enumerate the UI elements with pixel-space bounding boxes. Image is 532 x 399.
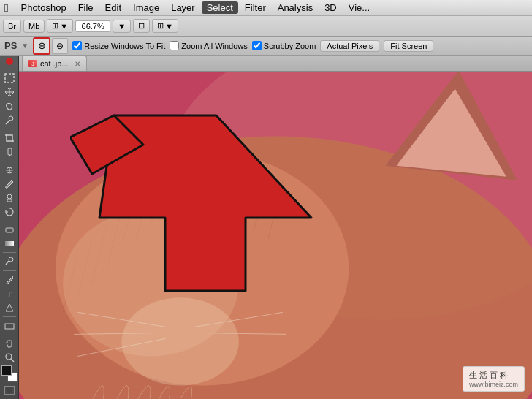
zoom-all-checkbox[interactable]	[170, 41, 179, 50]
menu-image[interactable]: Image	[128, 1, 164, 14]
svg-marker-16	[6, 304, 13, 311]
stamp-tool[interactable]	[1, 191, 18, 205]
svg-rect-0	[5, 74, 14, 83]
menu-edit[interactable]: Edit	[100, 1, 126, 14]
toolbar-divider-8	[3, 335, 16, 335]
shape-tool[interactable]	[1, 319, 18, 332]
main-layout: T J cat .jp... ✕	[0, 56, 532, 399]
zoom-tool[interactable]	[1, 351, 18, 364]
marquee-tool[interactable]	[1, 72, 18, 85]
toolbar-divider-6	[3, 270, 16, 271]
svg-rect-17	[5, 324, 14, 329]
magic-wand-tool[interactable]	[1, 113, 18, 126]
toolbar-divider-3	[3, 161, 16, 162]
scrubby-zoom-checkbox-group[interactable]: Scrubby Zoom	[252, 41, 316, 50]
ps-logo: PS	[4, 40, 17, 51]
toolbar-divider-7	[3, 316, 16, 317]
foreground-color-swatch[interactable]	[1, 365, 12, 376]
svg-rect-9	[7, 200, 12, 202]
mini-bridge-label: Mb	[28, 22, 39, 31]
svg-point-44	[121, 297, 238, 385]
menu-file[interactable]: File	[73, 1, 99, 14]
screen-mode-icon: ⊟	[138, 21, 145, 31]
content-area: J cat .jp... ✕	[19, 56, 532, 399]
watermark-line2: www.bimeiz.com	[469, 381, 518, 388]
eraser-tool[interactable]	[1, 223, 18, 236]
tab-filename: cat .jp...	[40, 59, 69, 68]
resize-windows-checkbox-group[interactable]: Resize Windows To Fit	[72, 41, 165, 50]
apple-logo-icon[interactable]: 	[4, 1, 8, 14]
zoom-in-icon: ⊕	[38, 40, 46, 51]
bridge-label: Br	[8, 22, 16, 31]
cat-svg-overlay	[19, 72, 532, 399]
options-bar: Br Mb ⊞ ▼ 66.7% ▼ ⊟ ⊞ ▼	[0, 16, 532, 37]
path-tool[interactable]	[1, 301, 18, 314]
menu-3d[interactable]: 3D	[319, 1, 342, 14]
zoom-all-label: Zoom All Windows	[181, 42, 247, 50]
toolbar-divider-5	[3, 252, 16, 253]
workspace-icon: ⊞	[52, 21, 58, 31]
watermark-line1: 生 活 百 科	[469, 370, 518, 381]
bridge-button[interactable]: Br	[3, 20, 21, 33]
screen-mode-button[interactable]: ⊟	[133, 19, 150, 33]
menu-view[interactable]: Vie...	[343, 1, 375, 14]
zoom-caret-icon: ▼	[118, 22, 126, 31]
text-tool[interactable]: T	[1, 287, 18, 300]
svg-point-8	[7, 194, 12, 199]
toolbar-divider-4	[3, 221, 16, 221]
gradient-tool[interactable]	[1, 237, 18, 250]
pen-tool[interactable]	[1, 273, 18, 286]
canvas-area: 生 活 百 科 www.bimeiz.com	[19, 72, 532, 399]
svg-line-13	[6, 261, 9, 265]
eyedropper-tool[interactable]	[1, 145, 18, 159]
zoom-display[interactable]: 66.7%	[75, 20, 110, 32]
svg-rect-3	[8, 148, 12, 155]
quick-mask-button[interactable]	[4, 386, 15, 395]
file-type-icon: J	[28, 60, 37, 67]
tool-q-caret: ▼	[21, 42, 28, 50]
workspace-button[interactable]: ⊞ ▼	[47, 19, 73, 33]
svg-point-12	[9, 257, 13, 262]
document-tab[interactable]: J cat .jp... ✕	[22, 56, 87, 71]
arrange-icon: ⊞	[157, 21, 164, 31]
arrange-caret-icon: ▼	[165, 22, 173, 31]
zoom-all-checkbox-group[interactable]: Zoom All Windows	[170, 41, 247, 50]
svg-rect-11	[5, 241, 14, 246]
resize-windows-label: Resize Windows To Fit	[84, 42, 165, 50]
hand-tool[interactable]	[1, 337, 18, 350]
record-button[interactable]	[6, 58, 13, 65]
zoom-out-tool-button[interactable]: ⊖	[52, 38, 68, 54]
svg-point-18	[6, 354, 12, 360]
svg-point-1	[9, 116, 13, 121]
dodge-tool[interactable]	[1, 255, 18, 268]
tab-close-icon[interactable]: ✕	[75, 60, 80, 68]
mini-bridge-button[interactable]: Mb	[23, 20, 45, 33]
svg-line-2	[6, 121, 10, 124]
svg-line-14	[12, 276, 14, 277]
scrubby-zoom-checkbox[interactable]	[252, 41, 262, 50]
menu-select[interactable]: Select	[202, 1, 238, 14]
menu-bar:  Photoshop File Edit Image Layer Select…	[0, 0, 532, 16]
zoom-caret-button[interactable]: ▼	[113, 20, 131, 33]
healing-tool[interactable]	[1, 164, 18, 177]
brush-tool[interactable]	[1, 178, 18, 191]
arrange-button[interactable]: ⊞ ▼	[152, 19, 178, 33]
menu-photoshop[interactable]: Photoshop	[15, 1, 71, 14]
move-tool[interactable]	[1, 86, 18, 99]
watermark: 生 活 百 科 www.bimeiz.com	[463, 366, 525, 392]
svg-line-19	[11, 359, 14, 362]
actual-pixels-button[interactable]: Actual Pixels	[320, 40, 379, 52]
history-tool[interactable]	[1, 205, 18, 218]
tab-bar: J cat .jp... ✕	[19, 56, 532, 72]
menu-filter[interactable]: Filter	[240, 1, 271, 14]
svg-text:T: T	[7, 289, 12, 299]
resize-windows-checkbox[interactable]	[72, 41, 82, 50]
fit-screen-button[interactable]: Fit Screen	[384, 40, 433, 52]
workspace-caret-icon: ▼	[60, 22, 68, 31]
crop-tool[interactable]	[1, 132, 18, 145]
zoom-in-tool-button[interactable]: ⊕	[33, 37, 50, 55]
menu-analysis[interactable]: Analysis	[273, 1, 318, 14]
menu-layer[interactable]: Layer	[166, 1, 200, 14]
lasso-tool[interactable]	[1, 99, 18, 113]
svg-rect-10	[6, 228, 13, 232]
